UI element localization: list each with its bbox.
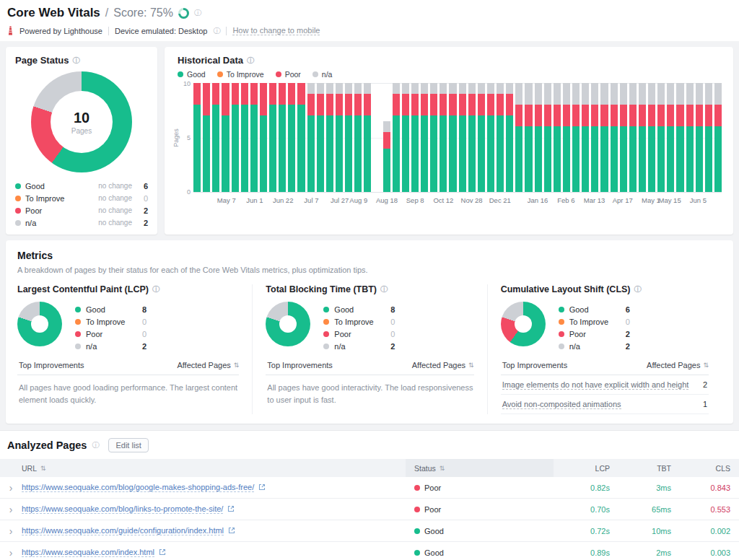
sort-icon[interactable]: ⇅: [440, 465, 445, 472]
info-icon[interactable]: ⓘ: [152, 286, 159, 293]
improvement-link[interactable]: Avoid non-composited animations: [502, 400, 621, 409]
sort-icon[interactable]: ⇅: [234, 362, 240, 369]
x-tick-label: Oct 12: [433, 196, 453, 204]
status-dot-icon: [414, 485, 420, 491]
poor-segment: [535, 105, 542, 126]
stacked-bar: [535, 83, 542, 192]
legend-item: Poor: [276, 70, 301, 79]
x-tick-label: Aug 18: [376, 196, 398, 204]
legend-item: n/a: [312, 70, 333, 79]
stacked-bar: [250, 83, 258, 192]
good-segment: [232, 105, 239, 192]
stacked-bar: [364, 83, 371, 192]
good-segment: [307, 115, 315, 192]
stacked-bar: [582, 83, 589, 192]
info-icon[interactable]: ⓘ: [247, 57, 254, 64]
change-to-mobile-link[interactable]: How to change to mobile: [232, 26, 320, 35]
page-status-legend: Goodno change6To Improveno change0Poorno…: [15, 180, 148, 229]
page-url-link[interactable]: https://www.seoquake.com/blog/google-mak…: [22, 483, 254, 492]
y-tick-label: 10: [183, 80, 191, 87]
external-link-icon[interactable]: [228, 527, 235, 535]
stacked-bar: [297, 83, 305, 192]
legend-dot-icon: [559, 307, 564, 312]
na-segment: [440, 83, 447, 94]
na-segment: [515, 83, 522, 105]
stacked-bar: [572, 83, 580, 192]
stacked-bar: [639, 83, 646, 192]
column-tbt[interactable]: TBT: [618, 464, 680, 473]
legend-change: no change: [98, 194, 132, 202]
expand-chevron-icon[interactable]: ›: [0, 526, 22, 536]
stacked-bar: [611, 83, 618, 192]
lighthouse-icon: [7, 26, 14, 35]
expand-chevron-icon[interactable]: ›: [0, 483, 22, 493]
edit-list-button[interactable]: Edit list: [108, 438, 148, 452]
x-tick-label: Jun 22: [273, 196, 294, 204]
x-axis-ticks: May 7Jun 1Jun 22Jul 7Jul 27Aug 9Aug 18Se…: [193, 193, 722, 206]
info-icon[interactable]: ⓘ: [92, 442, 99, 449]
expand-chevron-icon[interactable]: ›: [0, 504, 22, 515]
metrics-card: Metrics A breakdown of pages by their st…: [6, 240, 733, 424]
historical-data-card: Historical Data ⓘ GoodTo ImprovePoorn/a …: [165, 47, 733, 235]
info-icon[interactable]: ⓘ: [194, 9, 201, 17]
legend-dot-icon: [559, 344, 564, 349]
info-icon[interactable]: ⓘ: [72, 57, 79, 64]
sort-icon[interactable]: ⇅: [468, 362, 474, 369]
stacked-bar: [232, 83, 239, 192]
historical-data-title: Historical Data: [178, 55, 243, 66]
external-link-icon[interactable]: [159, 548, 166, 557]
legend-dot-icon: [75, 331, 81, 337]
na-segment: [582, 83, 589, 105]
affected-pages-count: 1: [703, 400, 707, 408]
page-url-link[interactable]: https://www.seoquake.com/blog/links-to-p…: [22, 504, 223, 514]
column-cls[interactable]: CLS: [680, 464, 739, 473]
stacked-bar: [544, 83, 551, 192]
good-segment: [582, 126, 589, 192]
legend-dot-icon: [75, 344, 81, 349]
na-segment: [591, 83, 598, 105]
stacked-bar: [648, 83, 655, 192]
expand-chevron-icon[interactable]: ›: [0, 548, 22, 558]
external-link-icon[interactable]: [227, 505, 235, 514]
x-tick-label: Aug 9: [349, 196, 367, 204]
poor-segment: [402, 94, 409, 115]
improvements-header: Top ImprovementsAffected Pages⇅: [501, 361, 709, 375]
poor-segment: [478, 94, 485, 115]
legend-change: no change: [98, 182, 132, 190]
legend-item: To Improve: [217, 70, 264, 79]
improvement-row: Avoid non-composited animations1: [501, 395, 709, 414]
good-segment: [554, 126, 561, 192]
column-status[interactable]: Status: [414, 464, 436, 473]
sort-icon[interactable]: ⇅: [703, 362, 709, 369]
poor-segment: [582, 105, 589, 126]
info-icon[interactable]: ⓘ: [634, 286, 642, 293]
poor-segment: [506, 94, 513, 115]
poor-segment: [629, 105, 637, 126]
poor-segment: [676, 105, 683, 126]
poor-segment: [714, 105, 722, 126]
na-segment: [478, 83, 485, 94]
sort-icon[interactable]: ⇅: [40, 465, 46, 472]
info-icon[interactable]: ⓘ: [213, 27, 220, 35]
page-url-link[interactable]: https://www.seoquake.com/index.html: [22, 548, 154, 557]
poor-segment: [696, 105, 703, 126]
info-icon[interactable]: ⓘ: [380, 286, 388, 293]
x-tick-label: Jan 16: [528, 196, 548, 204]
y-tick-label: 0: [187, 188, 191, 196]
poor-segment: [307, 94, 315, 115]
column-url[interactable]: URL: [22, 464, 37, 473]
legend-item: To Improve0: [75, 315, 239, 328]
improvement-link[interactable]: Image elements do not have explicit widt…: [502, 380, 689, 390]
good-segment: [686, 126, 694, 192]
external-link-icon[interactable]: [258, 484, 266, 492]
poor-segment: [317, 94, 324, 115]
page-url-link[interactable]: https://www.seoquake.com/guide/configura…: [22, 526, 224, 535]
na-segment: [411, 83, 419, 94]
stacked-bar: [554, 83, 561, 192]
stacked-bar: [430, 83, 437, 192]
stacked-bar: [269, 83, 276, 192]
stacked-bar: [676, 83, 683, 192]
column-lcp[interactable]: LCP: [554, 464, 618, 473]
x-tick-label: Jul 7: [304, 196, 318, 204]
legend-item: Good8: [323, 303, 473, 315]
